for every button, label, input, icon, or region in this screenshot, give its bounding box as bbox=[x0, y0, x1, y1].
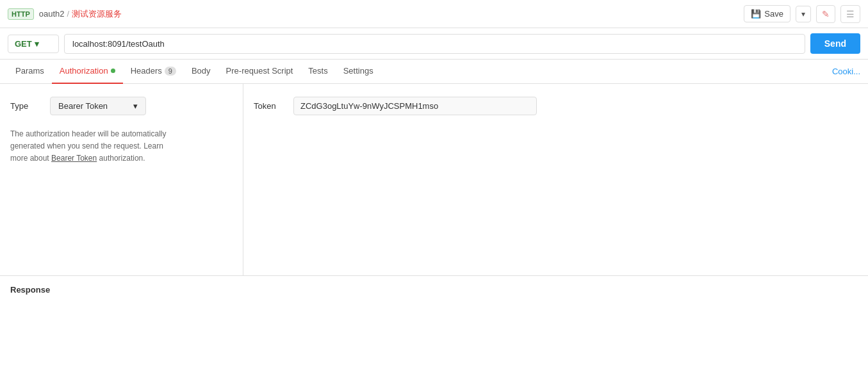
method-label: GET bbox=[15, 39, 32, 49]
tab-headers[interactable]: Headers 9 bbox=[123, 60, 184, 84]
token-input[interactable] bbox=[293, 97, 537, 115]
type-value: Bearer Token bbox=[58, 101, 108, 111]
token-row: Token bbox=[254, 97, 858, 115]
notes-icon: ☰ bbox=[846, 9, 855, 19]
tab-tests-label: Tests bbox=[308, 66, 327, 76]
token-label: Token bbox=[254, 101, 286, 111]
response-panel: Response bbox=[0, 276, 868, 304]
desc-line4: authorization. bbox=[97, 154, 145, 163]
url-input[interactable] bbox=[64, 34, 805, 54]
tab-tests[interactable]: Tests bbox=[300, 60, 335, 84]
tab-settings[interactable]: Settings bbox=[336, 60, 381, 84]
tab-settings-label: Settings bbox=[343, 66, 373, 76]
tab-authorization[interactable]: Authorization bbox=[52, 60, 123, 84]
desc-line1: The authorization header will be automat… bbox=[10, 129, 166, 138]
tab-authorization-label: Authorization bbox=[60, 66, 108, 76]
authorization-active-dot bbox=[111, 69, 115, 73]
breadcrumb-separator: / bbox=[67, 9, 70, 19]
edit-icon: ✎ bbox=[822, 9, 830, 19]
auth-left-panel: Type Bearer Token ▾ The authorization he… bbox=[0, 84, 243, 275]
edit-button[interactable]: ✎ bbox=[816, 5, 835, 23]
send-button[interactable]: Send bbox=[810, 33, 860, 54]
type-select[interactable]: Bearer Token ▾ bbox=[50, 97, 146, 115]
tab-pre-request-label: Pre-request Script bbox=[226, 66, 293, 76]
bearer-token-link[interactable]: Bearer Token bbox=[51, 154, 97, 163]
auth-panel: Type Bearer Token ▾ The authorization he… bbox=[0, 84, 868, 276]
breadcrumb-current: 测试资源服务 bbox=[72, 8, 122, 20]
headers-badge: 9 bbox=[165, 67, 176, 76]
type-row: Type Bearer Token ▾ bbox=[10, 97, 233, 115]
desc-line2: generated when you send the request. Lea… bbox=[10, 142, 163, 150]
top-bar-actions: 💾 Save ▾ ✎ ☰ bbox=[744, 5, 860, 23]
tab-params-label: Params bbox=[15, 66, 44, 76]
type-label: Type bbox=[10, 101, 42, 111]
chevron-down-icon: ▾ bbox=[801, 10, 805, 19]
tab-body-label: Body bbox=[192, 66, 211, 76]
breadcrumb: oauth2 / 测试资源服务 bbox=[39, 8, 122, 20]
tab-pre-request[interactable]: Pre-request Script bbox=[218, 60, 301, 84]
desc-line3: more about bbox=[10, 154, 51, 163]
method-select[interactable]: GET ▾ bbox=[8, 35, 59, 53]
save-dropdown-button[interactable]: ▾ bbox=[796, 6, 811, 22]
auth-description: The authorization header will be automat… bbox=[10, 128, 233, 165]
tab-body[interactable]: Body bbox=[184, 60, 218, 84]
save-icon: 💾 bbox=[751, 9, 761, 19]
tabs-bar: Params Authorization Headers 9 Body Pre-… bbox=[0, 60, 868, 84]
notes-button[interactable]: ☰ bbox=[840, 5, 860, 23]
cookies-link[interactable]: Cooki... bbox=[832, 67, 860, 76]
tab-params[interactable]: Params bbox=[8, 60, 52, 84]
method-chevron: ▾ bbox=[35, 39, 39, 49]
top-bar: HTTP oauth2 / 测试资源服务 💾 Save ▾ ✎ ☰ bbox=[0, 0, 868, 28]
save-button[interactable]: 💾 Save bbox=[744, 5, 790, 22]
http-badge: HTTP bbox=[8, 8, 34, 20]
url-bar: GET ▾ Send bbox=[0, 28, 868, 60]
auth-right-panel: Token bbox=[243, 84, 868, 275]
save-label: Save bbox=[764, 9, 783, 19]
type-chevron: ▾ bbox=[133, 101, 138, 111]
tab-headers-label: Headers bbox=[131, 66, 162, 76]
breadcrumb-parent[interactable]: oauth2 bbox=[39, 9, 65, 19]
response-title: Response bbox=[10, 285, 50, 295]
